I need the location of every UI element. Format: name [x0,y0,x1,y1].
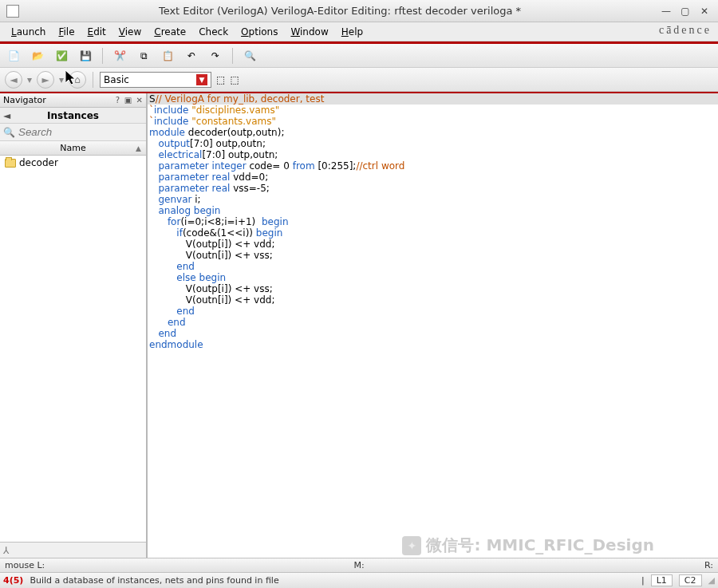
toolbar-icon-1[interactable]: ⬚ [216,74,225,85]
menu-window[interactable]: Window [284,24,334,40]
list-item[interactable]: decoder [0,156,146,170]
mouse-left-label: mouse L: [0,560,45,570]
layer-dropdown-label: Basic [104,74,129,85]
code-line: parameter real vss=-5; [148,183,718,194]
open-file-icon[interactable]: 📂 [29,47,46,65]
code-line: if(code&(1<<i)) begin [148,227,718,239]
nav-back-icon[interactable]: ◄ [5,71,22,89]
menu-options[interactable]: Options [235,24,284,40]
code-line: S// VerilogA for my_lib, decoder, test [148,93,718,105]
code-line: V(outp[i]) <+ vdd; [148,239,718,250]
nav-home-icon[interactable]: ⌂ [69,71,86,89]
main-area: Navigator ? ▣ ✕ ◄ Instances 🔍 ▼ ▾ Name ▲… [0,93,718,558]
code-editor: S// VerilogA for my_lib, decoder, test`i… [148,93,718,558]
column-name: Name [60,143,85,153]
code-line: end [148,306,718,317]
main-toolbar: 📄 📂 ✅ 💾 ✂️ ⧉ 📋 ↶ ↷ 🔍 [0,44,718,68]
folder-icon [5,159,16,168]
new-file-icon[interactable]: 📄 [5,47,22,65]
instances-header: ◄ Instances [0,108,146,124]
sort-icon: ▲ [136,144,141,152]
line-indicator: L1 [651,574,673,586]
brand-logo: cādence [659,24,712,37]
bottom-status-bar: 4(5) Build a database of instances, nets… [0,572,718,588]
chevron-down-icon: ▼ [196,74,207,85]
dropdown-arrow-icon[interactable]: ▾ [59,74,64,85]
code-line: V(outn[i]) <+ vss; [148,250,718,261]
menu-help[interactable]: Help [335,24,369,40]
menubar: LaunchFileEditViewCreateCheckOptionsWind… [0,22,718,41]
minimize-button[interactable]: — [661,6,672,17]
code-line: analog begin [148,205,718,216]
code-line: V(outn[i]) <+ vdd; [148,294,718,306]
save-check-icon[interactable]: ✅ [53,47,70,65]
paste-icon[interactable]: 📋 [159,47,176,65]
code-line: output[7:0] outp,outn; [148,138,718,149]
code-line: electrical[7:0] outp,outn; [148,149,718,160]
mouse-right-label: R: [704,560,713,570]
layer-dropdown[interactable]: Basic ▼ [100,72,211,88]
navigator-footer: ⅄ [0,542,146,558]
navigator-title: Navigator [3,95,46,105]
close-pane-icon[interactable]: ✕ [136,96,143,105]
column-header[interactable]: Name ▲ [0,141,146,156]
menu-launch[interactable]: Launch [5,24,52,40]
save-icon[interactable]: 💾 [77,47,94,65]
app-icon [6,5,19,18]
navigator-list: decoder [0,156,146,542]
search-icon: 🔍 [3,127,15,138]
navigator-pane: Navigator ? ▣ ✕ ◄ Instances 🔍 ▼ ▾ Name ▲… [0,93,148,558]
search-bar: 🔍 ▼ ▾ [0,124,146,141]
dropdown-arrow-icon[interactable]: ▾ [27,74,32,85]
code-line: `include "constants.vams" [148,116,718,127]
code-line: genvar i; [148,194,718,205]
code-line: end [148,317,718,328]
code-line: else begin [148,272,718,283]
nav-back-icon[interactable]: ◄ [3,110,10,121]
close-button[interactable]: ✕ [699,6,710,17]
menu-create[interactable]: Create [148,24,192,40]
item-label: decoder [19,157,58,168]
copy-icon[interactable]: ⧉ [135,47,152,65]
undo-icon[interactable]: ↶ [183,47,200,65]
code-line: for(i=0;i<8;i=i+1) begin [148,216,718,227]
navigator-header: Navigator ? ▣ ✕ [0,93,146,108]
instances-label: Instances [47,110,99,121]
status-separator: | [641,575,645,586]
code-line: end [148,261,718,272]
help-icon[interactable]: ? [116,96,120,105]
hierarchy-icon[interactable]: ⅄ [3,545,9,556]
search-icon[interactable]: 🔍 [241,47,258,65]
maximize-button[interactable]: ▢ [680,6,691,17]
toolbar-icon-2[interactable]: ⬚ [230,74,239,85]
search-input[interactable] [17,124,156,140]
redo-icon[interactable]: ↷ [207,47,224,65]
code-line: parameter integer code= 0 from [0:255];/… [148,160,718,172]
code-line: end [148,328,718,339]
mouse-status-bar: mouse L: M: R: [0,558,718,572]
code-line: V(outp[i]) <+ vss; [148,283,718,294]
nav-forward-icon[interactable]: ► [37,71,54,89]
separator [93,72,93,88]
code-line: `include "disciplines.vams" [148,105,718,116]
nav-toolbar: ◄ ▾ ► ▾ ⌂ Basic ▼ ⬚ ⬚ [0,68,718,92]
menu-file[interactable]: File [52,24,81,40]
code-line: module decoder(outp,outn); [148,127,718,138]
window-buttons: — ▢ ✕ [661,6,710,17]
menu-view[interactable]: View [112,24,148,40]
resize-grip-icon[interactable]: ◢ [708,575,715,586]
titlebar: Text Editor (VerilogA) VerilogA-Editor E… [0,0,718,22]
col-indicator: C2 [679,574,702,586]
undock-icon[interactable]: ▣ [124,96,132,105]
menu-check[interactable]: Check [192,24,235,40]
cut-icon[interactable]: ✂️ [111,47,128,65]
message-count: 4(5) [3,575,23,586]
menu-edit[interactable]: Edit [81,24,112,40]
mouse-mid-label: M: [353,560,364,570]
separator [102,48,103,64]
separator [232,48,233,64]
code-line: endmodule [148,339,718,350]
status-message: Build a database of instances, nets and … [30,575,635,586]
window-title: Text Editor (VerilogA) VerilogA-Editor E… [19,5,661,17]
code-area[interactable]: S// VerilogA for my_lib, decoder, test`i… [148,93,718,558]
